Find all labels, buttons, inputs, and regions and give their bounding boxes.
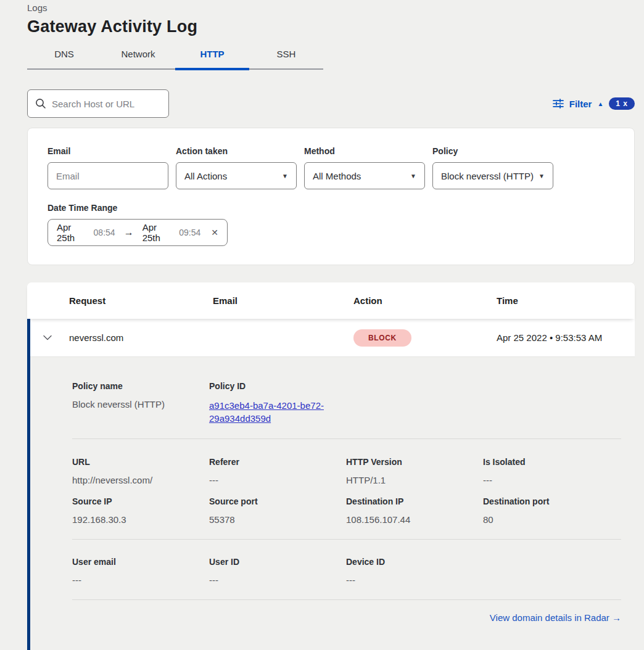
chevron-down-icon: ▼ (539, 173, 545, 179)
source-ip-cell: Source IP 192.168.30.3 (72, 496, 209, 525)
http-version-cell: HTTP Version HTTP/1.1 (346, 456, 483, 486)
policy-id-link[interactable]: a91c3eb4-ba7a-4201-be72-29a934dd359d (209, 399, 336, 425)
destination-ip-cell: Destination IP 108.156.107.44 (346, 496, 483, 525)
tab-bar: DNS Network HTTP SSH (27, 49, 323, 70)
table-row[interactable]: neverssl.com BLOCK Apr 25 2022 • 9:53:53… (30, 319, 635, 357)
action-filter-field: Action taken All Actions ▼ (176, 146, 297, 189)
row-details-panel: Policy name Block neverssl (HTTP) Policy… (30, 357, 635, 650)
policy-select[interactable]: Block neverssl (HTTP) ▼ (432, 162, 553, 189)
tab-http[interactable]: HTTP (175, 49, 249, 68)
column-header-time: Time (497, 295, 635, 306)
date-range-field: Date Time Range Apr 25th 08:54 → Apr 25t… (47, 203, 614, 246)
row-action: BLOCK (353, 329, 497, 347)
device-id-cell: Device ID --- (346, 556, 483, 586)
destination-ip-value: 108.156.107.44 (346, 514, 483, 525)
device-id-label: Device ID (346, 556, 483, 567)
chevron-down-icon: ▼ (410, 173, 416, 179)
filter-count-badge[interactable]: 1 x (609, 97, 635, 110)
policy-name-value: Block neverssl (HTTP) (72, 399, 209, 410)
device-id-value: --- (346, 575, 483, 586)
filter-toggle[interactable]: Filter (569, 99, 592, 109)
user-id-label: User ID (209, 556, 346, 567)
end-time: 09:54 (179, 228, 200, 237)
tab-ssh[interactable]: SSH (249, 49, 323, 68)
referer-value: --- (209, 475, 346, 486)
action-filter-label: Action taken (176, 146, 297, 156)
user-email-label: User email (72, 556, 209, 567)
user-email-cell: User email --- (72, 556, 209, 586)
user-id-cell: User ID --- (209, 556, 346, 586)
activity-log-table: Request Email Action Time neverssl.com B… (27, 282, 635, 650)
view-radar-link[interactable]: View domain details in Radar → (490, 612, 621, 623)
arrow-right-icon: → (124, 227, 134, 238)
filter-panel: Email Action taken All Actions ▼ Method … (27, 128, 635, 265)
start-time: 08:54 (94, 228, 115, 237)
table-header-row: Request Email Action Time (27, 282, 635, 319)
expanded-row-region: neverssl.com BLOCK Apr 25 2022 • 9:53:53… (27, 319, 635, 650)
start-date: Apr 25th (57, 222, 87, 243)
policy-filter-field: Policy Block neverssl (HTTP) ▼ (432, 146, 553, 189)
date-range-label: Date Time Range (47, 203, 614, 213)
method-filter-label: Method (304, 146, 425, 156)
user-email-value: --- (72, 575, 209, 586)
url-value: http://neverssl.com/ (72, 475, 209, 486)
row-time: Apr 25 2022 • 9:53:53 AM (497, 332, 635, 343)
policy-name-label: Policy name (72, 381, 209, 392)
destination-port-value: 80 (483, 514, 620, 525)
toolbar: Filter ▲ 1 x (27, 89, 635, 118)
gateway-activity-log-page: Logs Gateway Activity Log DNS Network HT… (27, 0, 635, 650)
referer-label: Referer (209, 456, 346, 467)
block-action-badge: BLOCK (353, 329, 411, 347)
page-title: Gateway Activity Log (27, 17, 635, 36)
url-label: URL (72, 456, 209, 467)
filter-sliders-icon (553, 99, 564, 109)
http-version-label: HTTP Version (346, 456, 483, 467)
policy-select-value: Block neverssl (HTTP) (441, 171, 534, 181)
source-ip-value: 192.168.30.3 (72, 514, 209, 525)
email-filter-field: Email (47, 146, 168, 189)
filter-controls: Filter ▲ 1 x (553, 97, 635, 110)
policy-name-cell: Policy name Block neverssl (HTTP) (72, 381, 209, 425)
is-isolated-cell: Is Isolated --- (483, 456, 620, 486)
is-isolated-value: --- (483, 475, 620, 486)
search-box[interactable] (27, 89, 169, 118)
details-divider (72, 599, 621, 600)
details-divider (72, 539, 621, 540)
chevron-down-icon: ▼ (282, 173, 288, 179)
action-select-value: All Actions (184, 171, 227, 181)
url-cell: URL http://neverssl.com/ (72, 456, 209, 486)
policy-id-label: Policy ID (209, 381, 346, 392)
is-isolated-label: Is Isolated (483, 456, 620, 467)
chevron-down-icon (43, 335, 52, 340)
email-filter-input[interactable] (47, 162, 168, 189)
destination-port-label: Destination port (483, 496, 620, 507)
search-input[interactable] (52, 99, 175, 109)
policy-id-cell: Policy ID a91c3eb4-ba7a-4201-be72-29a934… (209, 381, 346, 425)
column-header-email: Email (213, 295, 353, 306)
breadcrumb[interactable]: Logs (27, 2, 635, 13)
search-icon (35, 98, 46, 109)
method-select[interactable]: All Methods ▼ (304, 162, 425, 189)
row-request: neverssl.com (69, 332, 213, 343)
method-select-value: All Methods (313, 171, 361, 181)
http-version-value: HTTP/1.1 (346, 475, 483, 486)
destination-ip-label: Destination IP (346, 496, 483, 507)
date-range-picker[interactable]: Apr 25th 08:54 → Apr 25th 09:54 ✕ (47, 219, 228, 246)
referer-cell: Referer --- (209, 456, 346, 486)
end-date: Apr 25th (142, 222, 173, 243)
tab-network[interactable]: Network (101, 49, 175, 68)
method-filter-field: Method All Methods ▼ (304, 146, 425, 189)
source-port-cell: Source port 55378 (209, 496, 346, 525)
tab-dns[interactable]: DNS (27, 49, 101, 68)
user-id-value: --- (209, 575, 346, 586)
destination-port-cell: Destination port 80 (483, 496, 620, 525)
column-header-action: Action (353, 295, 497, 306)
source-ip-label: Source IP (72, 496, 209, 507)
row-expand-toggle[interactable] (30, 335, 69, 340)
collapse-triangle-icon[interactable]: ▲ (597, 101, 603, 107)
policy-filter-label: Policy (432, 146, 553, 156)
column-header-request: Request (69, 295, 213, 306)
action-select[interactable]: All Actions ▼ (176, 162, 297, 189)
clear-date-range-icon[interactable]: ✕ (211, 228, 218, 237)
details-divider (72, 438, 621, 439)
